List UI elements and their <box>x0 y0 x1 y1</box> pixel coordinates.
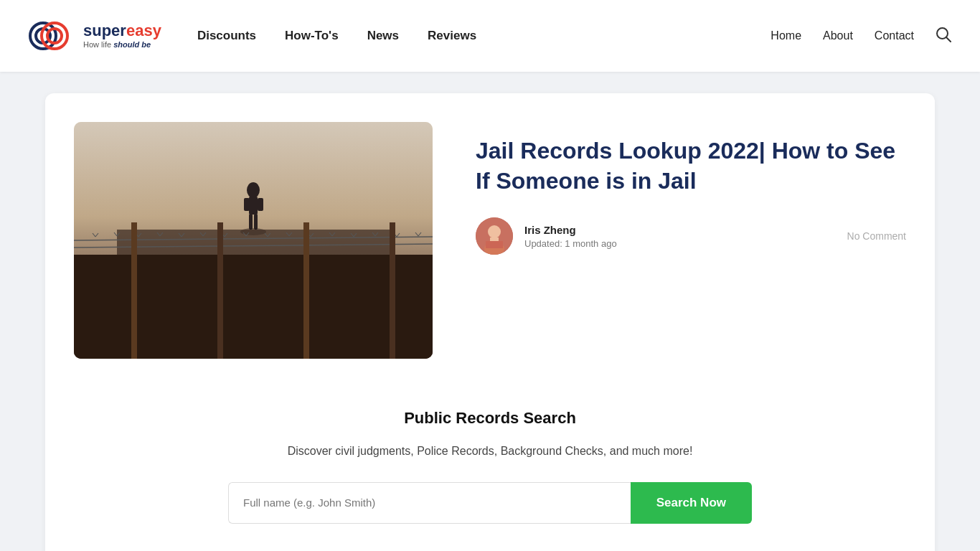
nav-about[interactable]: About <box>823 29 853 42</box>
svg-point-56 <box>488 225 501 238</box>
article-top: Jail Records Lookup 2022| How to See If … <box>74 122 906 359</box>
site-header: super easy How life should be Discounts … <box>0 0 980 72</box>
author-updated: Updated: 1 month ago <box>524 238 836 249</box>
nav-news[interactable]: News <box>367 29 399 43</box>
nav-reviews[interactable]: Reviews <box>428 29 476 43</box>
nav-home[interactable]: Home <box>771 29 801 42</box>
author-row: Iris Zheng Updated: 1 month ago No Comme… <box>476 217 906 255</box>
logo-tagline: How life should be <box>83 40 161 49</box>
author-avatar <box>476 217 513 255</box>
search-bar-row: Search Now <box>228 482 752 524</box>
svg-rect-10 <box>258 198 263 211</box>
logo-easy-text: easy <box>126 23 161 39</box>
search-icon[interactable] <box>936 27 951 46</box>
svg-rect-53 <box>390 222 395 359</box>
main-content: Jail Records Lookup 2022| How to See If … <box>24 93 956 551</box>
search-input[interactable] <box>228 482 631 524</box>
nav-howtos[interactable]: How-To's <box>285 29 339 43</box>
logo-icon <box>29 14 79 57</box>
svg-rect-50 <box>131 222 137 359</box>
author-info: Iris Zheng Updated: 1 month ago <box>524 224 836 249</box>
logo-super-text: super <box>83 23 126 39</box>
search-description: Discover civil judgments, Police Records… <box>239 442 741 461</box>
author-name: Iris Zheng <box>524 224 836 236</box>
nav-contact[interactable]: Contact <box>875 29 914 42</box>
search-section: Public Records Search Discover civil jud… <box>74 395 906 531</box>
main-nav: Discounts How-To's News Reviews <box>197 29 771 43</box>
no-comment-label: No Comment <box>847 230 906 242</box>
search-now-button[interactable]: Search Now <box>631 482 752 524</box>
article-title: Jail Records Lookup 2022| How to See If … <box>476 136 906 196</box>
nav-discounts[interactable]: Discounts <box>197 29 256 43</box>
right-nav: Home About Contact <box>771 27 951 46</box>
svg-rect-11 <box>249 214 253 230</box>
svg-rect-59 <box>486 241 503 248</box>
svg-rect-15 <box>74 255 433 359</box>
search-section-title: Public Records Search <box>74 409 906 428</box>
svg-rect-51 <box>217 222 223 359</box>
article-image <box>74 122 433 359</box>
svg-point-7 <box>247 182 260 198</box>
svg-line-5 <box>946 37 951 42</box>
svg-rect-12 <box>254 214 258 230</box>
article-card: Jail Records Lookup 2022| How to See If … <box>45 93 935 551</box>
svg-rect-9 <box>244 198 250 211</box>
svg-rect-8 <box>249 197 258 215</box>
site-logo[interactable]: super easy How life should be <box>29 14 161 57</box>
svg-rect-52 <box>303 222 309 359</box>
article-meta: Jail Records Lookup 2022| How to See If … <box>476 122 906 255</box>
